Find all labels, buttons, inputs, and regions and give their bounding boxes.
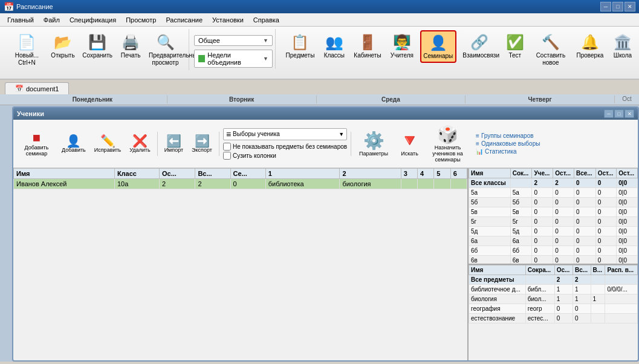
subj-cell-2: 0 bbox=[554, 314, 573, 323]
teachers-label: Учителя bbox=[391, 52, 414, 59]
relations-button[interactable]: 🔗 Взаимосвязи bbox=[460, 30, 499, 62]
search-icon: 🔻 bbox=[399, 131, 420, 151]
export-label: Экспорт bbox=[192, 147, 212, 153]
general-dropdown[interactable]: Общее ▼ bbox=[194, 35, 273, 46]
tab-icon: 📅 bbox=[15, 85, 24, 93]
table-row[interactable]: Иванов Алексей 10а 2 2 0 библиотека биол… bbox=[14, 179, 467, 189]
table-row[interactable]: 6в6в00000|0 bbox=[469, 256, 638, 265]
maximize-button[interactable]: □ bbox=[612, 2, 623, 11]
table-row[interactable]: Все классы22000|0 bbox=[469, 178, 638, 188]
hide-no-seminars-input[interactable] bbox=[223, 143, 231, 151]
cls-cell-6: 0|0 bbox=[617, 256, 638, 265]
table-row[interactable]: 5д5д00000|0 bbox=[469, 227, 638, 236]
search-label: Искать bbox=[401, 151, 418, 157]
teachers-button[interactable]: 👨‍🏫 Учителя bbox=[388, 30, 416, 62]
print-button[interactable]: 🖨️ Печать bbox=[118, 30, 143, 62]
menu-item-view[interactable]: Просмотр bbox=[121, 15, 161, 25]
add-student-button[interactable]: 👤 Добавить bbox=[59, 133, 89, 155]
check-button[interactable]: 🔔 Проверка bbox=[574, 30, 606, 62]
right-bottom[interactable]: Имя Сокра... Ос... Вс... В... Расп. в...… bbox=[469, 265, 638, 360]
cls-cell-5: 0 bbox=[595, 188, 617, 198]
tab-doc1[interactable]: 📅 document1 bbox=[5, 82, 69, 94]
student-sub4 bbox=[418, 179, 434, 189]
table-row[interactable]: Все предметы22 bbox=[469, 275, 638, 285]
table-row[interactable]: географиягеогр00 bbox=[469, 304, 638, 314]
classes-table: Имя Сок... Уче... Ост... Все... Ост... О… bbox=[469, 168, 638, 265]
classes-button[interactable]: 👥 Классы bbox=[321, 30, 348, 62]
preview-label: Предварительный просмотр bbox=[149, 52, 182, 67]
delete-student-button[interactable]: ❌ Удалить bbox=[126, 133, 153, 155]
menu-item-main[interactable]: Главный bbox=[2, 15, 39, 25]
school-button[interactable]: 🏛️ Школа bbox=[610, 30, 635, 62]
menu-item-help[interactable]: Справка bbox=[248, 15, 284, 25]
narrow-cols-input[interactable] bbox=[223, 152, 231, 160]
app-icon: 📅 bbox=[4, 2, 14, 11]
assign-button[interactable]: 🎲 Назначить учеников на семинары bbox=[427, 122, 469, 165]
cls-cell-2: 0 bbox=[532, 198, 553, 207]
compose-button[interactable]: 🔨 Составить новое bbox=[531, 30, 570, 69]
table-row[interactable]: биологиябиол...111 bbox=[469, 294, 638, 304]
subj-cell-0: география bbox=[469, 304, 526, 314]
weeks-dropdown[interactable]: Недели объединив ▼ bbox=[194, 50, 273, 68]
right-top[interactable]: Имя Сок... Уче... Ост... Все... Ост... О… bbox=[469, 168, 638, 265]
dlg-sep-3 bbox=[351, 132, 351, 156]
table-row[interactable]: 5а5а00000|0 bbox=[469, 188, 638, 198]
open-button[interactable]: 📂 Открыть bbox=[49, 30, 77, 62]
cls-cell-4: 0 bbox=[574, 236, 595, 246]
cls-cell-2: 2 bbox=[532, 178, 553, 188]
menu-item-schedule[interactable]: Расписание bbox=[161, 15, 207, 25]
subjects-button[interactable]: 📋 Предметы bbox=[283, 30, 317, 62]
table-row[interactable]: 6б6б00000|0 bbox=[469, 246, 638, 256]
cls-cell-4: 0 bbox=[574, 246, 595, 256]
table-row[interactable]: естествознаниеестес...00 bbox=[469, 314, 638, 323]
add-seminar-button[interactable]: ■ Добавить семинар bbox=[17, 129, 56, 158]
table-row[interactable]: 5б5б00000|0 bbox=[469, 198, 638, 207]
menu-item-spec[interactable]: Спецификация bbox=[65, 15, 121, 25]
subj-cell-0: Все предметы bbox=[469, 275, 526, 285]
table-row[interactable]: 5г5г00000|0 bbox=[469, 217, 638, 227]
save-button[interactable]: 💾 Сохранить bbox=[80, 30, 114, 62]
cls-cell-6: 0|0 bbox=[617, 236, 638, 246]
seminars-button[interactable]: 👤 Семинары bbox=[420, 30, 456, 63]
edit-student-icon: ✏️ bbox=[100, 135, 115, 147]
preview-button[interactable]: 🔍 Предварительный просмотр bbox=[147, 30, 184, 69]
narrow-cols-checkbox[interactable]: Сузить колонки bbox=[223, 152, 347, 160]
menu-item-settings[interactable]: Установки bbox=[207, 15, 248, 25]
minimize-button[interactable]: ─ bbox=[600, 2, 611, 11]
rooms-button[interactable]: 🚪 Кабинеты bbox=[351, 30, 384, 62]
cls-cell-3: 0 bbox=[553, 236, 574, 246]
hide-no-seminars-checkbox[interactable]: Не показывать предметы без семинаров bbox=[223, 143, 347, 151]
subj-cell-4 bbox=[591, 304, 605, 314]
table-row[interactable]: 6а6а00000|0 bbox=[469, 236, 638, 246]
subj-cell-4 bbox=[591, 275, 605, 285]
col-4: 4 bbox=[418, 169, 434, 179]
params-button[interactable]: ⚙️ Параметры bbox=[355, 128, 392, 159]
statistics-link[interactable]: 📊 Статистика bbox=[476, 148, 540, 155]
dialog-minimize-button[interactable]: ─ bbox=[604, 109, 614, 118]
close-button[interactable]: ✕ bbox=[624, 2, 635, 11]
equal-choices-link[interactable]: ≡ Одинаковые выборы bbox=[476, 140, 540, 147]
cls-cell-4: 0 bbox=[574, 227, 595, 236]
new-button[interactable]: 📄 Новый... Ctrl+N bbox=[8, 30, 45, 69]
col-os: Ос... bbox=[160, 169, 195, 179]
subjects-table: Имя Сокра... Ос... Вс... В... Расп. в...… bbox=[469, 265, 638, 323]
cls-cell-6: 0|0 bbox=[617, 198, 638, 207]
cls-cell-1: 6в bbox=[510, 256, 532, 265]
export-button[interactable]: ➡️ Экспорт bbox=[189, 133, 215, 155]
dialog-close-button[interactable]: ✕ bbox=[624, 109, 634, 118]
dialog-maximize-button[interactable]: □ bbox=[614, 109, 624, 118]
dropdown-arrow: ▼ bbox=[339, 131, 344, 137]
search-button[interactable]: 🔻 Искать bbox=[395, 128, 424, 159]
edit-student-button[interactable]: ✏️ Исправить bbox=[91, 133, 124, 155]
student-col3: 2 bbox=[160, 179, 195, 189]
save-label: Сохранить bbox=[82, 52, 112, 59]
student-choices-dropdown[interactable]: ≡ Выборы ученика ▼ bbox=[223, 128, 347, 140]
table-row[interactable]: 5в5в00000|0 bbox=[469, 207, 638, 217]
print-icon: 🖨️ bbox=[121, 33, 140, 52]
table-row[interactable]: библиотечное д...библ...110/0/0/... bbox=[469, 285, 638, 294]
test-button[interactable]: ✅ Тест bbox=[502, 30, 528, 62]
import-button[interactable]: ⬅️ Импорт bbox=[161, 133, 186, 155]
menu-item-file[interactable]: Файл bbox=[39, 15, 65, 25]
seminar-groups-link[interactable]: ≡ Группы семинаров bbox=[476, 132, 540, 139]
left-table-area[interactable]: Имя Класс Ос... Вс... Се... 1 2 3 4 5 6 bbox=[13, 168, 469, 360]
